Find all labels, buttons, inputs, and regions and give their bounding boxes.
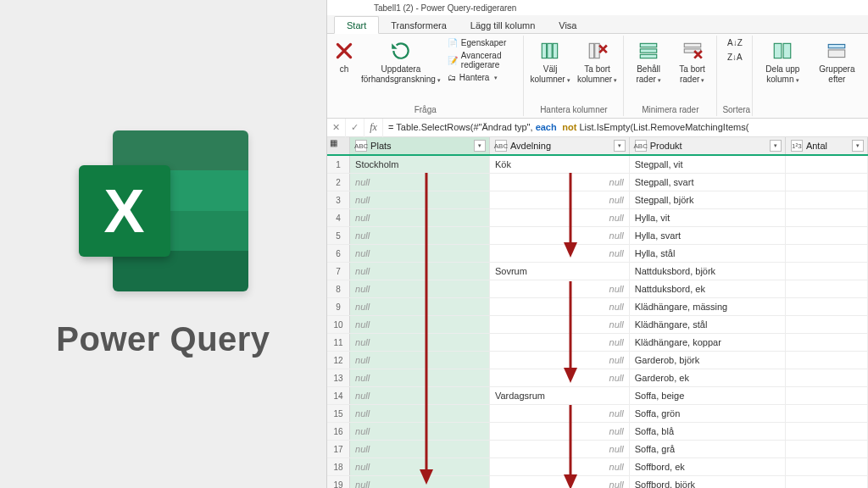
row-number[interactable]: 8 <box>327 280 350 297</box>
sort-desc-button[interactable]: Z↓A <box>726 52 744 63</box>
row-number[interactable]: 11 <box>327 334 350 351</box>
cell[interactable] <box>786 227 868 244</box>
cell[interactable] <box>786 352 868 369</box>
cell[interactable]: Soffa, beige <box>630 387 786 404</box>
cell[interactable]: Soffa, grön <box>630 405 786 422</box>
column-avdelning[interactable]: ABC Avdelning ▾ <box>490 137 630 154</box>
cell[interactable]: Garderob, björk <box>630 352 786 369</box>
table-row[interactable]: 11nullnullKlädhängare, koppar <box>327 334 868 352</box>
row-number[interactable]: 6 <box>327 245 350 262</box>
table-row[interactable]: 4nullnullHylla, vit <box>327 209 868 227</box>
cell[interactable]: null <box>490 298 630 315</box>
grid-body[interactable]: 1StockholmKökStegpall, vit2nullnullStegp… <box>327 156 868 488</box>
refresh-preview-button[interactable]: Uppdatera förhandsgranskning▾ <box>361 37 441 84</box>
cell[interactable]: Stegpall, vit <box>630 156 786 173</box>
table-row[interactable]: 8nullnullNattduksbord, ek <box>327 280 868 298</box>
table-row[interactable]: 1StockholmKökStegpall, vit <box>327 156 868 174</box>
table-row[interactable]: 3nullnullStegpall, björk <box>327 191 868 209</box>
row-number[interactable]: 10 <box>327 316 350 333</box>
cell[interactable] <box>786 209 868 226</box>
cell[interactable]: null <box>490 191 630 208</box>
row-number[interactable]: 16 <box>327 423 350 440</box>
sort-asc-button[interactable]: A↓Z <box>726 37 744 48</box>
table-row[interactable]: 10nullnullKlädhängare, stål <box>327 316 868 334</box>
tab-start[interactable]: Start <box>334 16 379 34</box>
cell[interactable] <box>786 156 868 173</box>
advanced-editor-button[interactable]: 📝Avancerad redigerare <box>446 50 519 70</box>
cell[interactable]: null <box>350 174 490 191</box>
cell[interactable]: null <box>490 352 630 369</box>
cell[interactable]: null <box>490 334 630 351</box>
group-by-button[interactable]: Gruppera efter <box>812 37 861 84</box>
row-number[interactable]: 7 <box>327 263 350 280</box>
cell[interactable]: Klädhängare, koppar <box>630 334 786 351</box>
row-number[interactable]: 18 <box>327 458 350 475</box>
cell[interactable]: Vardagsrum <box>490 387 630 404</box>
row-number-header[interactable]: ▦ <box>327 137 350 154</box>
cell[interactable]: Hylla, stål <box>630 245 786 262</box>
cell[interactable]: Soffa, grå <box>630 441 786 458</box>
properties-button[interactable]: 📄Egenskaper <box>446 37 519 48</box>
row-number[interactable]: 17 <box>327 441 350 458</box>
table-row[interactable]: 9nullnullKlädhängare, mässing <box>327 298 868 316</box>
cell[interactable] <box>786 298 868 315</box>
formula-text[interactable]: = Table.SelectRows(#"Ändrad typ", each n… <box>383 122 868 133</box>
cell[interactable]: null <box>350 352 490 369</box>
row-number[interactable]: 14 <box>327 387 350 404</box>
manage-button[interactable]: 🗂Hantera▾ <box>446 72 519 83</box>
cell[interactable] <box>786 476 868 488</box>
cell[interactable]: null <box>490 280 630 297</box>
cell[interactable]: null <box>350 191 490 208</box>
row-number[interactable]: 3 <box>327 191 350 208</box>
tab-transformera[interactable]: Transformera <box>379 17 459 33</box>
cell[interactable]: null <box>490 209 630 226</box>
table-row[interactable]: 2nullnullStegpall, svart <box>327 174 868 191</box>
remove-columns-button[interactable]: Ta bort kolumner▾ <box>576 37 619 84</box>
cell[interactable]: Nattduksbord, björk <box>630 263 786 280</box>
cell[interactable]: null <box>490 369 630 386</box>
cell[interactable] <box>786 369 868 386</box>
cell[interactable]: null <box>490 227 630 244</box>
cell[interactable]: null <box>350 245 490 262</box>
cell[interactable]: null <box>490 316 630 333</box>
cell[interactable]: Hylla, vit <box>630 209 786 226</box>
cell[interactable]: null <box>490 405 630 422</box>
table-row[interactable]: 15nullnullSoffa, grön <box>327 405 868 423</box>
cell[interactable]: null <box>350 280 490 297</box>
row-number[interactable]: 1 <box>327 156 350 173</box>
cell[interactable]: Soffbord, ek <box>630 458 786 475</box>
table-row[interactable]: 17nullnullSoffa, grå <box>327 441 868 458</box>
filter-icon[interactable]: ▾ <box>474 140 486 152</box>
cell[interactable]: null <box>350 369 490 386</box>
filter-icon[interactable]: ▾ <box>852 140 864 152</box>
cell[interactable]: null <box>350 405 490 422</box>
table-row[interactable]: 16nullnullSoffa, blå <box>327 423 868 441</box>
filter-icon[interactable]: ▾ <box>614 140 626 152</box>
cell[interactable] <box>786 280 868 297</box>
row-number[interactable]: 5 <box>327 227 350 244</box>
cell[interactable]: null <box>350 476 490 488</box>
row-number[interactable]: 19 <box>327 476 350 488</box>
row-number[interactable]: 12 <box>327 352 350 369</box>
cell[interactable]: null <box>350 263 490 280</box>
cell[interactable] <box>786 458 868 475</box>
column-produkt[interactable]: ABC Produkt ▾ <box>630 137 786 154</box>
table-row[interactable]: 14nullVardagsrumSoffa, beige <box>327 387 868 405</box>
cell[interactable]: null <box>350 334 490 351</box>
remove-rows-button[interactable]: Ta bort rader▾ <box>673 37 712 84</box>
cell[interactable]: Garderob, ek <box>630 369 786 386</box>
row-number[interactable]: 13 <box>327 369 350 386</box>
choose-columns-button[interactable]: Välj kolumner▾ <box>529 37 571 84</box>
cell[interactable]: Klädhängare, mässing <box>630 298 786 315</box>
cell[interactable] <box>786 441 868 458</box>
column-antal[interactable]: 1²3 Antal ▾ <box>786 137 868 154</box>
cell[interactable]: Stegpall, björk <box>630 191 786 208</box>
cell[interactable]: Stegpall, svart <box>630 174 786 191</box>
close-load-button[interactable]: ch <box>332 37 356 75</box>
filter-icon[interactable]: ▾ <box>770 140 782 152</box>
table-row[interactable]: 7nullSovrumNattduksbord, björk <box>327 263 868 280</box>
split-column-button[interactable]: Dela upp kolumn▾ <box>758 37 807 84</box>
cell[interactable]: null <box>490 476 630 488</box>
cell[interactable] <box>786 263 868 280</box>
cell[interactable]: Soffbord, björk <box>630 476 786 488</box>
